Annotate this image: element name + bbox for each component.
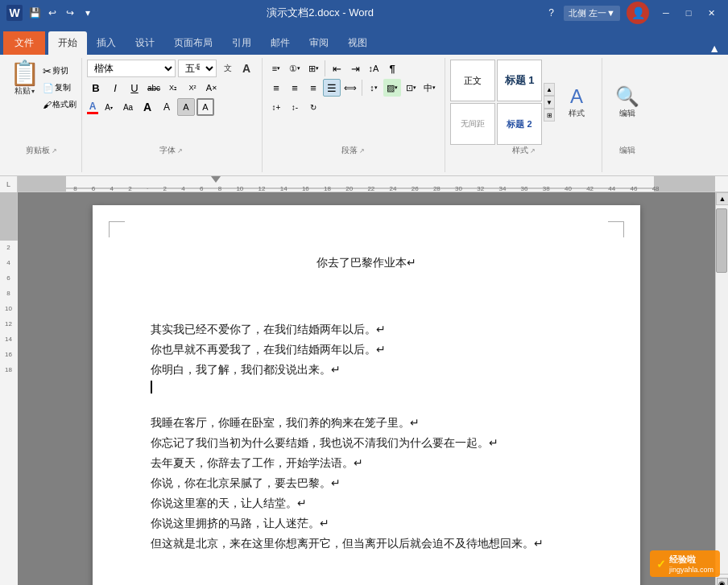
increase-font-btn[interactable]: A [238, 60, 255, 77]
bullet-list-btn[interactable]: ≡▾ [267, 60, 285, 77]
tab-design[interactable]: 设计 [126, 31, 164, 55]
clipboard-expand-icon[interactable]: ↗ [52, 147, 57, 154]
align-right-btn[interactable]: ≡ [304, 79, 322, 97]
italic-btn[interactable]: I [106, 79, 124, 97]
styles-label: 样式 ↗ [512, 145, 536, 158]
ribbon-collapse-btn[interactable]: ▲ [704, 42, 725, 55]
bold-btn[interactable]: B [87, 79, 105, 97]
justify-btn[interactable]: ☰ [323, 79, 341, 97]
styles-expand-btn[interactable]: ⊞ [544, 109, 555, 122]
clear-format-btn[interactable]: A✕ [203, 79, 221, 97]
editing-buttons: 🔍 编辑 [607, 60, 647, 145]
ruler-area: L 8642·246810121416182022242628303234363… [0, 176, 728, 192]
styles-scroll-down-btn[interactable]: ▼ [544, 96, 555, 109]
char-border-btn[interactable]: A [196, 98, 214, 116]
numbered-list-btn[interactable]: ①▾ [286, 60, 304, 77]
decrease-para-space-btn[interactable]: ↕- [286, 98, 304, 116]
restore-btn[interactable]: □ [678, 4, 699, 22]
strikethrough-btn[interactable]: abc [145, 79, 163, 97]
vertical-scrollbar[interactable]: ▲ ◉ ⊙ ◉ ▼ [715, 192, 728, 585]
align-left-btn[interactable]: ≡ [267, 79, 285, 97]
v-ruler-numbers: 24681012141618 [0, 241, 17, 373]
font-name-select[interactable]: 楷体 [87, 60, 176, 77]
format-painter-button[interactable]: 🖌格式刷 [43, 97, 77, 113]
style-normal[interactable]: 正文 [450, 60, 495, 101]
scroll-thumb[interactable] [716, 208, 727, 273]
styles-button[interactable]: A 样式 [556, 75, 597, 130]
close-btn[interactable]: ✕ [701, 4, 722, 22]
font-color-btn[interactable]: A [87, 101, 98, 114]
underline-btn[interactable]: U [126, 79, 143, 97]
sort-btn[interactable]: ↕A [365, 60, 383, 77]
borders-btn[interactable]: ⊡▾ [402, 79, 420, 97]
tab-page-layout[interactable]: 页面布局 [164, 31, 222, 55]
style-h1[interactable]: 标题 1 [497, 60, 542, 101]
doc-content: 你去了巴黎作业本↵ 其实我已经不爱你了，在我们结婚两年以后。↵ 你也早就不再爱我… [151, 253, 582, 585]
paste-button[interactable]: 📋 粘贴▾ [6, 60, 43, 145]
wên-btn[interactable]: 文 [219, 60, 237, 77]
decrease-indent-font-btn[interactable]: A [158, 98, 176, 116]
vertical-ruler[interactable]: 24681012141618 [0, 192, 18, 585]
change-case-btn[interactable]: Aa [119, 98, 137, 116]
redo-quick-btn[interactable]: ↪ [63, 6, 77, 20]
tab-view[interactable]: 视图 [338, 31, 377, 55]
font-group: 楷体 五号 文 A B I U abc X₂ [84, 58, 263, 172]
horizontal-ruler[interactable]: 8642·24681012141618202224262830323436384… [18, 176, 715, 192]
char-shade-btn[interactable]: A [177, 98, 195, 116]
subscript-btn[interactable]: X₂ [164, 79, 182, 97]
tab-insert[interactable]: 插入 [87, 31, 126, 55]
copy-button[interactable]: 📄复制 [43, 80, 77, 96]
distribute-btn[interactable]: ⟺ [341, 79, 359, 97]
user-avatar[interactable]: 👤 [627, 2, 649, 24]
document-area: 24681012141618 你去了巴黎作业本↵ 其实我已经不爱你了，在我们结婚… [0, 192, 728, 585]
help-btn[interactable]: ? [545, 7, 557, 19]
tab-home[interactable]: 开始 [48, 31, 87, 55]
style-h2[interactable]: 标题 2 [497, 103, 542, 145]
window-title: 演示文档2.docx - Word [95, 6, 545, 20]
word-logo-icon[interactable]: W [6, 5, 23, 21]
scroll-track[interactable] [716, 205, 728, 574]
text-direction-btn[interactable]: ↻ [304, 98, 322, 116]
save-quick-btn[interactable]: 💾 [27, 6, 42, 20]
tab-file[interactable]: 文件 [3, 31, 45, 55]
font-size-select[interactable]: 五号 [178, 60, 217, 77]
highlight-color-btn[interactable]: A▾ [100, 98, 118, 116]
tab-mailings[interactable]: 邮件 [261, 31, 300, 55]
decrease-indent-btn[interactable]: ⇤ [328, 60, 345, 77]
styles-expand-icon[interactable]: ↗ [530, 147, 536, 154]
tab-references[interactable]: 引用 [222, 31, 261, 55]
doc-cursor [151, 381, 582, 393]
cut-button[interactable]: ✂剪切 [43, 63, 77, 79]
align-center-btn[interactable]: ≡ [286, 79, 304, 97]
font-name-row: 楷体 五号 文 A [87, 60, 255, 77]
user-location[interactable]: 北侧 左一▼ [564, 6, 620, 21]
ruler-corner[interactable]: L [0, 176, 18, 192]
paste-label: 粘贴▾ [14, 85, 35, 97]
chinese-layout-btn[interactable]: 中▾ [420, 79, 438, 97]
left-indent-marker[interactable] [211, 176, 221, 183]
style-no-spacing[interactable]: 无间距 [450, 103, 495, 145]
doc-line-2: 你也早就不再爱我了，在我们结婚两年以后。↵ [151, 340, 582, 360]
watermark-text: 经验啦 jingyahla.com [669, 554, 714, 574]
line-spacing-btn[interactable]: ↕▾ [365, 79, 383, 97]
styles-scroll-up-btn[interactable]: ▲ [544, 83, 555, 96]
increase-indent-font-btn[interactable]: A [139, 98, 156, 116]
paragraph-expand-icon[interactable]: ↗ [359, 147, 365, 154]
doc-blank-5 [151, 575, 582, 585]
scroll-up-btn[interactable]: ▲ [716, 192, 728, 205]
customize-quick-btn[interactable]: ▾ [81, 6, 95, 20]
prev-page-btn[interactable]: ◉ [717, 578, 728, 585]
minimize-btn[interactable]: ─ [656, 4, 676, 22]
increase-para-space-btn[interactable]: ↕+ [267, 98, 285, 116]
font-expand-icon[interactable]: ↗ [177, 147, 183, 154]
undo-quick-btn[interactable]: ↩ [45, 6, 60, 20]
para-shading-btn[interactable]: ▨▾ [383, 79, 401, 97]
document-scroll[interactable]: 你去了巴黎作业本↵ 其实我已经不爱你了，在我们结婚两年以后。↵ 你也早就不再爱我… [18, 192, 715, 585]
increase-indent-btn[interactable]: ⇥ [346, 60, 364, 77]
multilevel-list-btn[interactable]: ⊞▾ [304, 60, 322, 77]
show-para-marks-btn[interactable]: ¶ [383, 60, 401, 77]
tab-review[interactable]: 审阅 [300, 31, 338, 55]
doc-line-8: 你说这里塞的天，让人结堂。↵ [151, 494, 582, 514]
editing-button[interactable]: 🔍 编辑 [607, 75, 647, 130]
superscript-btn[interactable]: X² [184, 79, 201, 97]
